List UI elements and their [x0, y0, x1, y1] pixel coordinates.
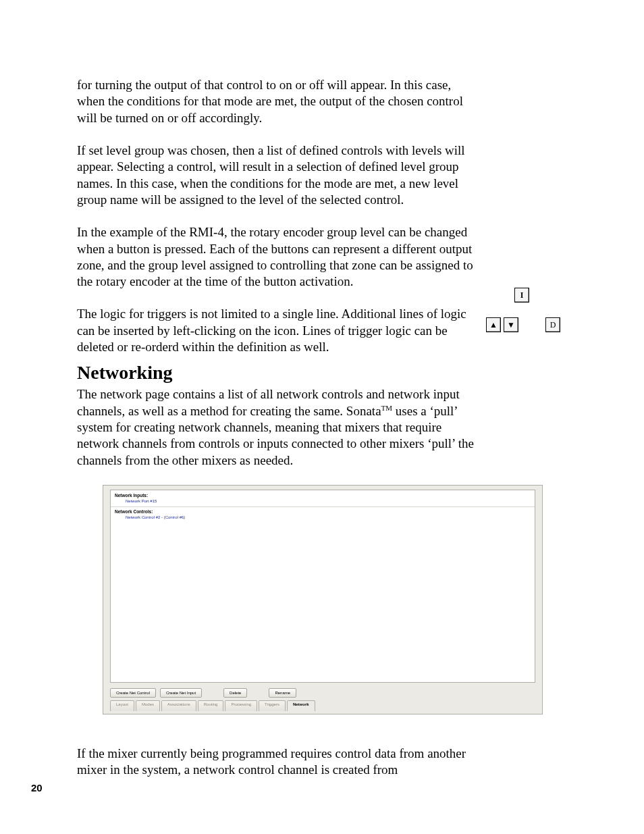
section-heading-networking: Networking	[77, 361, 475, 385]
page: for turning the output of that control t…	[0, 0, 644, 834]
margin-icons: I ▲ ▼ D	[486, 288, 567, 332]
tab-layout[interactable]: Layout	[110, 700, 134, 711]
button-row: Create Net Control Create Net Input Dele…	[110, 688, 535, 698]
tab-triggers[interactable]: Triggers	[259, 700, 286, 711]
tab-processing[interactable]: Processing	[225, 700, 257, 711]
app-screenshot: Network Inputs: Network Port #15 Network…	[103, 485, 543, 714]
delete-icon: D	[545, 317, 560, 332]
down-arrow-icon: ▼	[504, 317, 518, 332]
delete-button[interactable]: Delete	[223, 688, 247, 698]
paragraph: If the mixer currently being programmed …	[77, 746, 475, 779]
paragraph: If set level group was chosen, then a li…	[77, 142, 475, 208]
tab-modes[interactable]: Modes	[136, 700, 160, 711]
tab-associations[interactable]: Associations	[161, 700, 196, 711]
page-number: 20	[31, 782, 43, 793]
up-arrow-icon: ▲	[486, 317, 501, 332]
tab-network[interactable]: Network	[287, 700, 315, 711]
network-control-item[interactable]: Network Control #2 - (Control #6)	[126, 515, 185, 519]
tab-row: Layout Modes Associations Routing Proces…	[110, 700, 535, 711]
paragraph: In the example of the RMI-4, the rotary …	[77, 224, 475, 290]
network-input-item[interactable]: Network Port #15	[126, 499, 157, 503]
network-inputs-label: Network Inputs:	[115, 493, 148, 498]
body-column: for turning the output of that control t…	[77, 77, 475, 469]
create-net-control-button[interactable]: Create Net Control	[110, 688, 156, 698]
paragraph: for turning the output of that control t…	[77, 77, 475, 126]
insert-icon: I	[514, 288, 529, 303]
tab-routing[interactable]: Routing	[198, 700, 224, 711]
network-controls-label: Network Controls:	[115, 509, 153, 514]
trademark-symbol: TM	[381, 404, 393, 412]
rename-button[interactable]: Rename	[269, 688, 296, 698]
paragraph: The logic for triggers is not limited to…	[77, 306, 475, 355]
create-net-input-button[interactable]: Create Net Input	[160, 688, 202, 698]
app-panel: Network Inputs: Network Port #15 Network…	[110, 490, 535, 683]
paragraph: The network page contains a list of all …	[77, 386, 475, 469]
body-column: If the mixer currently being programmed …	[77, 746, 475, 779]
